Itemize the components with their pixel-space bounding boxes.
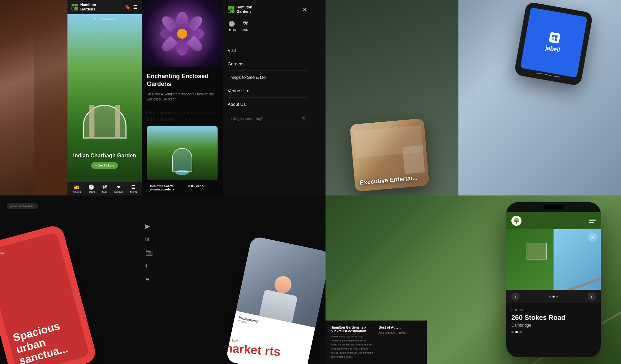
hamilton-garden-image: Our Gardens Indian Charbagh Garden + Get…	[67, 14, 142, 182]
menu-search-bar[interactable]: 🔍	[228, 116, 307, 123]
right-top-background: jabell Executive Entertai...	[326, 0, 621, 195]
menu-item-venue[interactable]: Venue Hire	[228, 84, 307, 98]
red-marketing-area: ▶ in 📷 f ❝ yourname@websit... < For Sale…	[0, 195, 163, 364]
property-hamburger-icon[interactable]	[589, 219, 596, 223]
menu-close-button[interactable]: ✕	[303, 6, 307, 13]
bar-line-2	[545, 74, 552, 76]
menu-logo-text: HamiltonGardens	[236, 5, 252, 14]
menu-line-2	[589, 220, 596, 221]
bookmark-icon[interactable]: 🔖	[125, 4, 131, 10]
svg-rect-2	[552, 37, 554, 40]
quick-action-hours[interactable]: 🕐 Hours	[228, 21, 236, 32]
map-quick-label: Map	[243, 28, 249, 31]
jabell-text: jabell	[545, 44, 560, 54]
garden-name-title: Indian Charbagh Garden	[67, 152, 142, 159]
blog-text-1: Rated in the top 1% of Trip Advisor's lo…	[331, 335, 374, 359]
enchanting-title: Enchanting Enclosed Gardens	[147, 72, 218, 88]
phone-hamilton: HamiltonGardens 🔖 ☰ Our Gardens Indian C…	[67, 0, 142, 195]
menu-item-about[interactable]: About Us	[228, 98, 307, 111]
get-tickets-button[interactable]: + Get Tickets	[91, 162, 118, 169]
social-icons-floating: ▶ in 📷 f ❝	[145, 222, 153, 285]
property-tree-logo: 🌳	[511, 216, 521, 226]
phone-menu-overlay: HamiltonGardens ✕ 🕐 Hours 🗺 Map Visit Ga…	[223, 0, 312, 195]
menu-item-visit[interactable]: Visit	[228, 44, 307, 57]
gallery-next-arrow[interactable]: ›	[588, 293, 596, 301]
blog-title-1: Hamilton Gardens is a bucket list destin…	[331, 326, 374, 333]
hours-quick-label: Hours	[228, 28, 236, 32]
close-button-property[interactable]: ✕	[588, 233, 597, 242]
quick-action-map[interactable]: 🗺 Map	[243, 21, 249, 32]
nav-donate-label: Donate	[114, 190, 123, 193]
jabell-logo-area: jabell	[520, 7, 587, 78]
nav-donate[interactable]: ❤ Donate	[114, 184, 123, 193]
nav-menu-label: Menu	[130, 190, 137, 193]
journey-section: Take a journey from the surreal to the s…	[142, 110, 223, 126]
bar-line-1	[536, 72, 543, 74]
for-sale-tag: < For Sale	[0, 238, 54, 257]
nav-menu[interactable]: ☰ Menu	[130, 184, 137, 193]
garden-caption-1: Beautiful award-winning gardens	[145, 182, 181, 194]
executive-interior: Executive Entertai...	[350, 118, 430, 192]
enchanting-content: Enchanting Enclosed Gardens Step into a …	[142, 67, 223, 110]
hamilton-logo-text: HamiltonGardens	[80, 3, 96, 11]
menu-icon-nav: ☰	[131, 184, 136, 190]
menu-logo-grid	[228, 6, 234, 13]
person-screen: Professional Portrait < For Sale market …	[225, 236, 326, 364]
right-bottom-panel: 🌳 ✕ ‹	[326, 195, 621, 364]
hamilton-header: HamiltonGardens 🔖 ☰	[67, 0, 142, 14]
tickets-icon: 🎫	[74, 184, 79, 190]
blog-item-2: Best of Autu... As a with hue... leavin.…	[379, 326, 422, 359]
executive-phone: Executive Entertai...	[350, 118, 430, 192]
menu-logo-cell-3	[228, 9, 231, 13]
prop-dot-1	[511, 331, 514, 333]
facebook-icon: f	[145, 263, 153, 270]
gallery-dot-1	[549, 296, 551, 298]
prop-dot-3	[519, 331, 522, 333]
hours-icon: 🕐	[88, 184, 94, 190]
left-top-panel: Say "I do" in a setting beyond compare H…	[0, 0, 326, 195]
svg-rect-3	[555, 38, 557, 41]
logo-cell-3	[72, 7, 75, 10]
nav-tickets-label: Tickets	[72, 190, 81, 193]
journey-text: Take a journey from the surreal to the s…	[145, 110, 219, 123]
hours-quick-icon: 🕐	[228, 21, 235, 27]
property-outline	[527, 243, 547, 260]
jabell-phone: jabell	[514, 1, 593, 86]
phone-notch	[506, 202, 601, 212]
menu-item-things[interactable]: Things to See & Do	[228, 71, 307, 84]
map-quick-icon: 🗺	[243, 21, 248, 27]
blog-grid: Hamilton Gardens is a bucket list destin…	[331, 326, 422, 359]
hamburger-icon[interactable]: ☰	[133, 4, 138, 10]
person-phone-device: Professional Portrait < For Sale market …	[225, 236, 326, 364]
svg-rect-1	[555, 35, 558, 38]
property-address: 260 Stokes Road	[511, 313, 596, 322]
nav-hours-label: Hours	[88, 190, 95, 193]
logo-grid-icon	[72, 4, 78, 10]
nav-map[interactable]: 🗺 Map	[102, 184, 108, 193]
red-phone-device: < For Sale Spacious urban sanctua...	[0, 224, 98, 364]
menu-logo-cell-2	[231, 6, 234, 9]
gallery-dot-3	[556, 296, 558, 298]
youtube-icon: ▶	[145, 222, 153, 230]
email-badge: yourname@websit...	[7, 203, 38, 209]
garden-caption-2: A u... expe...	[183, 182, 220, 194]
blog-text-2: As a with hue... leavin...	[379, 331, 422, 335]
person-phone-area: Professional Portrait < For Sale market …	[163, 195, 326, 364]
enchanting-description: Step into a world more wonderful through…	[147, 92, 218, 102]
garden-captions: Beautiful award-winning gardens A u... e…	[142, 180, 223, 195]
property-background: 🌳 ✕ ‹	[326, 195, 621, 364]
menu-search-input[interactable]	[228, 117, 299, 121]
field-green	[506, 229, 558, 290]
wedding-background: Say "I do" in a setting beyond compare	[0, 0, 67, 195]
nav-hours[interactable]: 🕐 Hours	[88, 184, 95, 193]
garden-section-label: Our Gardens	[67, 18, 142, 21]
menu-item-gardens[interactable]: Gardens	[228, 57, 307, 71]
jabell-logo-icon	[549, 32, 561, 43]
menu-items-list: Visit Gardens Things to See & Do Venue H…	[228, 44, 307, 111]
left-bottom-panel: ▶ in 📷 f ❝ yourname@websit... < For Sale…	[0, 195, 326, 364]
nav-tickets[interactable]: 🎫 Tickets	[72, 184, 81, 193]
property-app-header: 🌳	[506, 212, 601, 229]
for-sale-label: FOR SALE	[511, 308, 596, 312]
menu-logo-cell-1	[228, 6, 231, 9]
gallery-prev-arrow[interactable]: ‹	[511, 293, 519, 301]
